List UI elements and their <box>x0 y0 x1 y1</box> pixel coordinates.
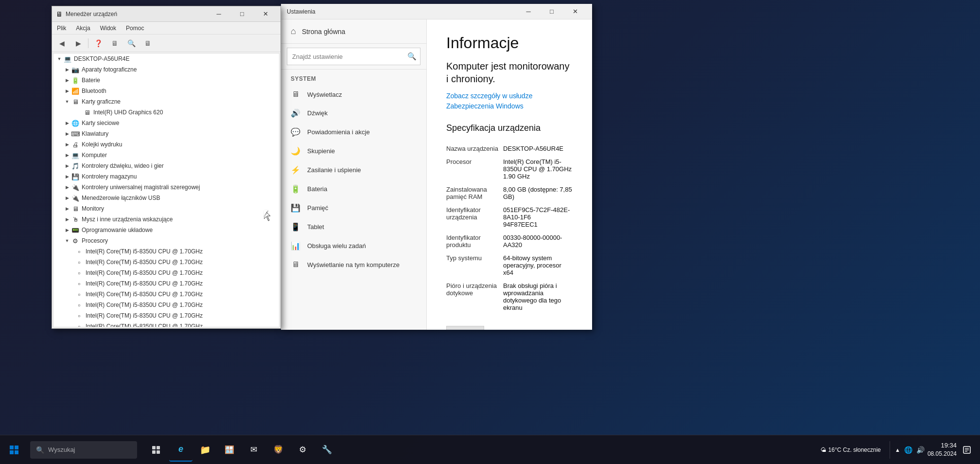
toggle-icon[interactable]: ▶ <box>63 205 71 213</box>
task-view-button[interactable] <box>145 438 168 462</box>
settings-minimize-button[interactable]: ─ <box>517 4 540 19</box>
toggle-icon[interactable]: ▶ <box>63 173 71 180</box>
settings-nav-battery[interactable]: 🔋 Bateria <box>281 179 426 198</box>
settings-close-button[interactable]: ✕ <box>564 4 586 19</box>
settings-nav-storage-label: Pamięć <box>307 204 328 212</box>
network-icon[interactable]: 🌐 <box>904 446 912 454</box>
tree-root[interactable]: ▼ 💻 DESKTOP-A56UR4E <box>53 54 279 64</box>
toggle-icon[interactable]: ▶ <box>63 130 71 138</box>
settings-home-item[interactable]: ⌂ Strona główna <box>281 19 426 44</box>
toggle-icon[interactable]: ▶ <box>63 226 71 234</box>
bluetooth-toggle[interactable]: ▶ <box>63 87 71 95</box>
sound-tray-icon[interactable]: 🔊 <box>916 446 925 454</box>
list-item[interactable]: ▶ 🔌 Kontrolery uniwersalnej magistrali s… <box>53 182 279 193</box>
list-item[interactable]: ▫ Intel(R) Core(TM) i5-8350U CPU @ 1.70G… <box>53 246 279 257</box>
toggle-icon[interactable]: ▶ <box>63 215 71 223</box>
taskbar-search-bar[interactable]: 🔍 Wyszukaj <box>30 441 137 459</box>
brave-browser-icon[interactable]: 🦁 <box>266 438 290 462</box>
notification-center-icon[interactable] <box>960 443 974 457</box>
list-item[interactable]: ▫ Intel(R) Core(TM) i5-8350U CPU @ 1.70G… <box>53 257 279 268</box>
microsoft-store-icon[interactable]: 🪟 <box>218 438 241 462</box>
toggle-icon[interactable]: ▶ <box>63 162 71 170</box>
chevron-up-icon[interactable]: ▲ <box>895 447 900 453</box>
device-manager-toolbar: ◀ ▶ ❓ 🖥 🔍 🖥 <box>52 35 280 52</box>
start-button[interactable] <box>0 435 28 464</box>
maximize-button[interactable]: □ <box>231 6 253 22</box>
weather-widget[interactable]: 🌤 16°C Cz. słonecznie <box>817 446 885 453</box>
settings-icon[interactable]: ⚙ <box>291 438 314 462</box>
list-item[interactable]: ▶ 🌐 Karty sieciowe <box>53 118 279 128</box>
list-item[interactable]: ▶ ⌨ Klawiatury <box>53 128 279 139</box>
home-icon: ⌂ <box>291 26 296 36</box>
list-item[interactable]: ▶ 🖱 Mysz i inne urządzenia wskazujące <box>53 214 279 225</box>
list-item[interactable]: ▫ Intel(R) Core(TM) i5-8350U CPU @ 1.70G… <box>53 321 279 327</box>
device-tree[interactable]: ▼ 💻 DESKTOP-A56UR4E ▶ 📷 Aparaty fotograf… <box>53 53 280 327</box>
settings-nav-storage[interactable]: 💾 Pamięć <box>281 198 426 217</box>
menu-widok[interactable]: Widok <box>95 22 121 34</box>
menu-plik[interactable]: Plik <box>52 22 71 34</box>
minimize-button[interactable]: ─ <box>208 6 230 22</box>
copy-button[interactable]: Kopiuj <box>446 326 484 330</box>
toggle-icon[interactable]: ▶ <box>63 194 71 202</box>
menu-pomoc[interactable]: Pomoc <box>121 22 149 34</box>
properties-button[interactable]: 🖥 <box>107 36 122 50</box>
toggle-icon[interactable]: ▶ <box>63 141 71 148</box>
settings-nav-multitask[interactable]: 📊 Obsługa wielu zadań <box>281 236 426 255</box>
toggle-icon[interactable]: ▶ <box>63 119 71 127</box>
settings-nav-display[interactable]: 🖥 Wyświetlacz <box>281 85 426 104</box>
scan-button[interactable]: 🔍 <box>123 36 139 50</box>
toggle-icon[interactable]: ▼ <box>63 237 71 245</box>
file-explorer-icon[interactable]: 📁 <box>193 438 217 462</box>
settings-nav-battery-label: Bateria <box>307 185 327 193</box>
spec-label-name: Nazwa urządzenia <box>446 142 503 155</box>
list-item[interactable]: ▶ 💾 Kontrolery magazynu <box>53 171 279 182</box>
settings-nav-projection[interactable]: 🖥 Wyświetlanie na tym komputerze <box>281 255 426 274</box>
mail-icon[interactable]: ✉ <box>242 438 265 462</box>
list-item[interactable]: ▶ 🔌 Menedżerowie łączników USB <box>53 193 279 203</box>
app-icon-8[interactable]: 🔧 <box>315 438 338 462</box>
list-item[interactable]: ▶ 📟 Oprogramowanie układowe <box>53 225 279 235</box>
settings-nav-sound[interactable]: 🔊 Dźwięk <box>281 104 426 123</box>
list-item[interactable]: ▫ Intel(R) Core(TM) i5-8350U CPU @ 1.70G… <box>53 289 279 300</box>
list-item[interactable]: ▶ 🎵 Kontrolery dźwięku, wideo i gier <box>53 161 279 171</box>
toggle-icon[interactable]: ▶ <box>63 66 71 73</box>
list-item[interactable]: ▫ Intel(R) Core(TM) i5-8350U CPU @ 1.70G… <box>53 268 279 278</box>
settings-titlebar[interactable]: Ustawienia ─ □ ✕ <box>281 4 592 19</box>
settings-sidebar: ⌂ Strona główna 🔍 System 🖥 Wyświetlacz <box>281 19 427 330</box>
root-toggle[interactable]: ▼ <box>55 55 63 63</box>
toggle-icon[interactable]: ▶ <box>63 76 71 84</box>
list-item[interactable]: ▶ 💻 Komputer <box>53 150 279 161</box>
bluetooth-item[interactable]: ▶ 📶 Bluetooth <box>53 86 279 96</box>
list-item[interactable]: ▼ 🖥 Karty graficzne <box>53 96 279 107</box>
monitor-button[interactable]: 🖥 <box>140 36 156 50</box>
back-button[interactable]: ◀ <box>54 36 70 50</box>
toggle-icon[interactable]: ▶ <box>63 151 71 159</box>
list-item[interactable]: ▫ Intel(R) Core(TM) i5-8350U CPU @ 1.70G… <box>53 278 279 289</box>
list-item[interactable]: ▫ Intel(R) Core(TM) i5-8350U CPU @ 1.70G… <box>53 310 279 321</box>
settings-maximize-button[interactable]: □ <box>541 4 563 19</box>
spec-value-name: DESKTOP-A56UR4E <box>503 142 573 155</box>
settings-nav-power[interactable]: ⚡ Zasilanie i uśpienie <box>281 161 426 179</box>
menu-akcja[interactable]: Akcja <box>71 22 95 34</box>
list-item[interactable]: ▶ 🔋 Baterie <box>53 75 279 86</box>
settings-search-input[interactable] <box>287 48 420 65</box>
list-item[interactable]: ▶ 🖥 Monitory <box>53 203 279 214</box>
help-button[interactable]: ❓ <box>90 36 106 50</box>
search-icon[interactable]: 🔍 <box>407 52 417 61</box>
list-item[interactable]: ▫ Intel(R) Core(TM) i5-8350U CPU @ 1.70G… <box>53 300 279 310</box>
list-item[interactable]: 🖥 Intel(R) UHD Graphics 620 <box>53 107 279 118</box>
toggle-icon[interactable]: ▼ <box>63 98 71 106</box>
system-clock[interactable]: 19:34 08.05.2024 <box>928 441 957 458</box>
device-manager-titlebar[interactable]: 🖥 Menedżer urządzeń ─ □ ✕ <box>52 6 280 22</box>
forward-button[interactable]: ▶ <box>70 36 86 50</box>
toggle-icon[interactable]: ▶ <box>63 183 71 191</box>
settings-nav-focus[interactable]: 🌙 Skupienie <box>281 142 426 161</box>
settings-nav-notifications[interactable]: 💬 Powiadomienia i akcje <box>281 123 426 142</box>
list-item[interactable]: ▶ 🖨 Kolejki wydruku <box>53 139 279 150</box>
close-button[interactable]: ✕ <box>254 6 277 22</box>
edge-browser-icon[interactable]: e <box>169 438 192 462</box>
settings-nav-tablet[interactable]: 📱 Tablet <box>281 217 426 236</box>
list-item[interactable]: ▼ ⚙ Procesory <box>53 235 279 246</box>
list-item[interactable]: ▶ 📷 Aparaty fotograficzne <box>53 64 279 75</box>
windows-security-link[interactable]: Zobacz szczegóły w usłudze Zabezpieczeni… <box>446 91 573 111</box>
